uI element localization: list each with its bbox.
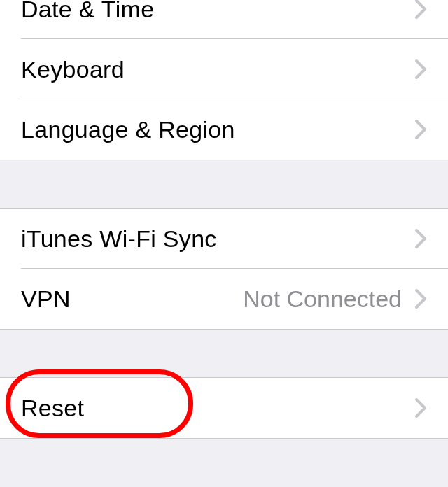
row-label: Reset (21, 395, 414, 422)
chevron-right-icon (414, 288, 427, 309)
section-gap (0, 330, 448, 377)
row-label: iTunes Wi-Fi Sync (21, 225, 414, 253)
chevron-right-icon (414, 0, 427, 20)
row-keyboard[interactable]: Keyboard (0, 39, 448, 99)
section-gap (0, 439, 448, 485)
row-label: VPN (21, 285, 243, 313)
chevron-right-icon (414, 59, 427, 80)
row-reset[interactable]: Reset (0, 378, 448, 438)
row-date-time[interactable]: Date & Time (0, 0, 448, 39)
row-itunes-wifi-sync[interactable]: iTunes Wi-Fi Sync (0, 209, 448, 269)
row-vpn[interactable]: VPN Not Connected (0, 269, 448, 329)
row-label: Language & Region (21, 116, 414, 143)
row-language-region[interactable]: Language & Region (0, 99, 448, 160)
row-label: Date & Time (21, 0, 414, 23)
row-label: Keyboard (21, 56, 414, 83)
settings-section-3: Reset (0, 377, 448, 439)
row-value: Not Connected (243, 285, 402, 313)
section-gap (0, 160, 448, 208)
chevron-right-icon (414, 397, 427, 418)
chevron-right-icon (414, 228, 427, 249)
settings-section-1: Date & Time Keyboard Language & Region (0, 0, 448, 160)
chevron-right-icon (414, 119, 427, 140)
settings-section-2: iTunes Wi-Fi Sync VPN Not Connected (0, 208, 448, 330)
